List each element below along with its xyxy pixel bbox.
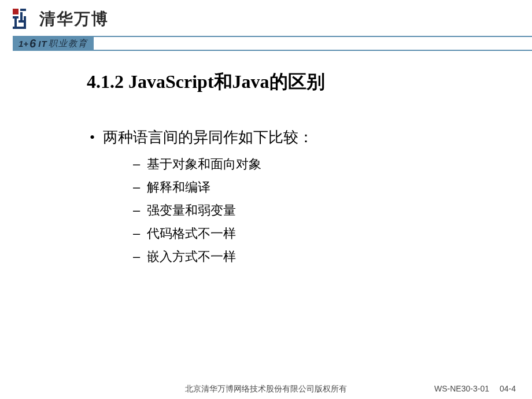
logo-icon	[13, 9, 34, 29]
svg-rect-7	[19, 20, 24, 23]
logo-row: 清华万博	[13, 8, 532, 30]
sub-bullet-text: 基于对象和面向对象	[147, 156, 261, 173]
dash-icon: –	[133, 157, 140, 172]
svg-rect-4	[14, 19, 17, 27]
dash-icon: –	[133, 203, 140, 218]
sub-brand-stripe	[94, 36, 532, 51]
list-item: –代码格式不一样	[133, 225, 532, 242]
sub-bullet-list: –基于对象和面向对象 –解释和编译 –强变量和弱变量 –代码格式不一样 –嵌入方…	[133, 156, 532, 265]
sub-brand-bar: 1 + 6 IT 职业教育	[13, 36, 532, 51]
svg-rect-0	[13, 9, 19, 14]
sub-brand-it: IT	[38, 39, 47, 49]
svg-rect-3	[13, 16, 19, 19]
main-bullet: • 两种语言间的异同作如下比较：	[90, 127, 532, 147]
slide-header: 清华万博 1 + 6 IT 职业教育	[0, 0, 532, 51]
footer-doc-code: WS-NE30-3-01	[434, 384, 489, 393]
sub-brand-plus: +	[23, 39, 28, 49]
list-item: –嵌入方式不一样	[133, 248, 532, 265]
sub-brand-edu: 职业教育	[49, 38, 88, 49]
bullet-dot-icon: •	[90, 130, 95, 145]
footer-page-number: 04-4	[500, 384, 516, 393]
footer-right: WS-NE30-3-01 04-4	[434, 384, 516, 393]
dash-icon: –	[133, 249, 140, 264]
sub-brand-one: 1	[19, 39, 23, 49]
footer-copyright: 北京清华万博网络技术股份有限公司版权所有	[185, 384, 347, 394]
list-item: –强变量和弱变量	[133, 202, 532, 219]
sub-brand-badge: 1 + 6 IT 职业教育	[13, 36, 94, 51]
list-item: –基于对象和面向对象	[133, 156, 532, 173]
main-bullet-text: 两种语言间的异同作如下比较：	[103, 127, 313, 147]
list-item: –解释和编译	[133, 179, 532, 196]
dash-icon: –	[133, 226, 140, 241]
sub-bullet-text: 强变量和弱变量	[147, 202, 236, 219]
logo-text: 清华万博	[39, 8, 109, 30]
sub-brand-six: 6	[29, 37, 36, 50]
sub-bullet-text: 嵌入方式不一样	[147, 248, 236, 265]
sub-bullet-text: 解释和编译	[147, 179, 210, 196]
sub-bullet-text: 代码格式不一样	[147, 225, 236, 242]
dash-icon: –	[133, 180, 140, 195]
slide-title: 4.1.2 JavaScript和Java的区别	[87, 69, 532, 95]
svg-rect-1	[20, 9, 26, 11]
slide-footer: 北京清华万博网络技术股份有限公司版权所有 WS-NE30-3-01 04-4	[0, 384, 532, 393]
